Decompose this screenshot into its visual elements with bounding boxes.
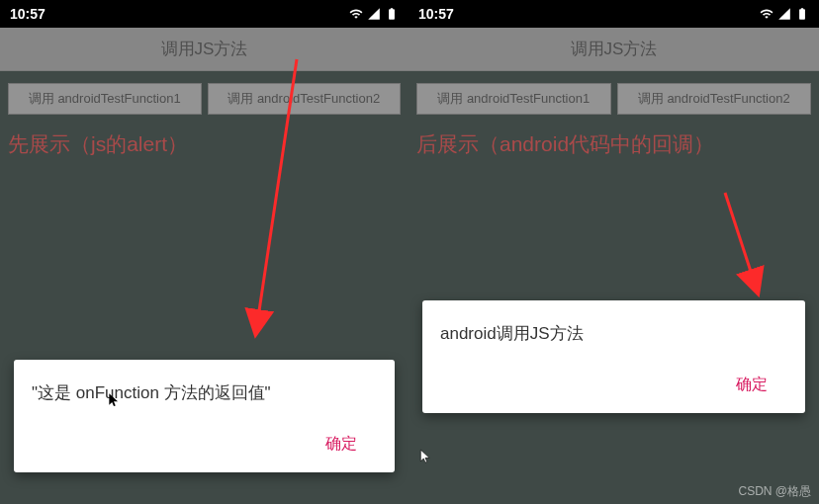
dialog-confirm-button[interactable]: 确定 [306,426,377,462]
wifi-icon [760,7,774,21]
dialog-actions: 确定 [440,367,787,403]
signal-icon [367,7,381,21]
watermark: CSDN @格愚 [738,483,811,500]
phone-screen-right: 10:57 调用JS方法 调用 androidTestFunction1 调用 … [409,0,819,504]
status-bar: 10:57 [0,0,409,28]
dialog-confirm-button[interactable]: 确定 [716,367,787,403]
status-time: 10:57 [10,6,46,22]
battery-icon [795,7,809,21]
dialog-actions: 确定 [32,426,377,462]
phone-screen-left: 10:57 调用JS方法 调用 androidTestFunction1 调用 … [0,0,409,504]
dialog-message: android调用JS方法 [440,322,787,345]
modal-overlay [409,28,819,504]
status-icons [349,7,399,21]
status-time: 10:57 [418,6,454,22]
dialog-message: "这是 onFunction 方法的返回值" [32,381,377,404]
alert-dialog: android调用JS方法 确定 [422,300,805,413]
status-icons [760,7,809,21]
signal-icon [777,7,791,21]
status-bar: 10:57 [409,0,819,28]
wifi-icon [349,7,363,21]
alert-dialog: "这是 onFunction 方法的返回值" 确定 [14,360,395,472]
battery-icon [385,7,399,21]
